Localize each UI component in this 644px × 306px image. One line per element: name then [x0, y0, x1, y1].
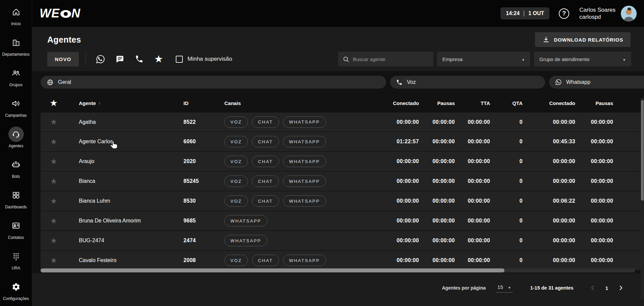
agent-name: Cavalo Festeiro [67, 257, 171, 263]
logo-eye-icon [59, 9, 72, 18]
sidebar-item-contatos[interactable]: Contatos [0, 214, 32, 244]
filter-favorites-button[interactable] [151, 51, 166, 67]
sidebar-item-agentes[interactable]: Agentes [0, 122, 32, 153]
table-row[interactable]: Bianca Luhm 8530 VOZCHATWHATSAPP 00:00:0… [41, 191, 644, 211]
whatsapp-icon [96, 54, 105, 64]
qta-value: 0 [490, 218, 523, 224]
sidebar-item-inicio[interactable]: Início [0, 0, 32, 31]
table-row[interactable]: Agente Carlos 6060 VOZCHATWHATSAPP 01:22… [41, 132, 644, 152]
voz-conectado-value: 00:00:00 [379, 218, 419, 224]
qta-value: 0 [490, 158, 523, 164]
voz-pausas-value: 00:00:00 [419, 218, 455, 224]
help-icon[interactable] [559, 8, 569, 19]
user-info[interactable]: Carlos Soares carlospd [579, 6, 615, 21]
column-header-canais[interactable]: Canais [212, 100, 379, 106]
company-dropdown[interactable]: Empresa [437, 52, 530, 66]
pager: 1 [589, 284, 625, 292]
per-page-label: Agentes por página [442, 285, 486, 291]
column-header-qta[interactable]: QTA [490, 100, 523, 106]
agent-channels: VOZCHATWHATSAPP [212, 116, 379, 128]
wa-pausas-value: 00:00:00 [575, 119, 613, 125]
new-agent-button[interactable]: NOVO [47, 52, 79, 66]
favorites-column-icon[interactable] [41, 99, 67, 108]
table-row[interactable]: BUG-2474 2474 WHATSAPP 00:00:00 00:00:00… [41, 231, 644, 251]
sidebar-item-ura[interactable]: URA [0, 244, 32, 275]
favorite-star-icon[interactable] [41, 236, 67, 245]
column-header-id[interactable]: ID [171, 100, 212, 106]
voz-conectado-value: 00:00:00 [379, 257, 419, 263]
service-group-dropdown[interactable]: Grupo de atendimento [534, 52, 631, 66]
favorite-star-icon[interactable] [41, 197, 67, 206]
column-group-headers: Geral Voz Whatsapp [41, 76, 644, 89]
channel-chip: CHAT [252, 195, 279, 207]
sidebar-item-grupos[interactable]: Grupos [0, 61, 32, 92]
favorite-star-icon[interactable] [41, 256, 67, 265]
horizontal-scrollbar[interactable] [41, 268, 635, 272]
column-header-agente[interactable]: Agente [67, 100, 171, 106]
filter-voice-button[interactable] [131, 51, 147, 67]
channel-chip: VOZ [224, 156, 248, 167]
wa-conectado-value: 00:00:00 [523, 218, 575, 224]
voz-pausas-value: 00:00:00 [419, 119, 455, 125]
favorite-star-icon[interactable] [41, 177, 67, 186]
out-status-text: 1 OUT [528, 10, 544, 16]
sidebar-item-label: Bots [11, 174, 20, 179]
per-page-value: 15 [497, 284, 503, 290]
sidebar-item-departamentos[interactable]: Departamentos [0, 31, 32, 61]
favorite-star-icon[interactable] [41, 216, 67, 225]
horizontal-scrollbar-thumb[interactable] [41, 268, 504, 272]
sidebar-item-bots[interactable]: Bots [0, 153, 32, 183]
favorite-star-icon[interactable] [41, 137, 67, 146]
channel-chip: VOZ [224, 175, 248, 187]
filter-whatsapp-button[interactable] [93, 51, 108, 67]
filter-chat-button[interactable] [112, 51, 127, 67]
search-agent-input[interactable] [353, 56, 429, 62]
next-page-button[interactable] [617, 284, 625, 292]
column-header-voz-conectado[interactable]: Conectado [379, 100, 419, 106]
voz-conectado-value: 00:00:00 [379, 119, 419, 125]
tta-value: 00:00:00 [455, 158, 490, 164]
channel-chip: WHATSAPP [224, 235, 267, 246]
favorite-star-icon[interactable] [41, 157, 67, 166]
table-row[interactable]: Bianca 85245 VOZCHATWHATSAPP 00:00:00 00… [41, 171, 644, 191]
per-page-select[interactable]: 15 [496, 283, 513, 293]
my-supervision-toggle[interactable]: Minha supervisão [176, 56, 232, 63]
agent-name: BUG-2474 [67, 238, 171, 244]
agent-id: 6060 [171, 139, 212, 145]
voz-pausas-value: 00:00:00 [419, 139, 455, 145]
table-row[interactable]: Araujo 2020 VOZCHATWHATSAPP 00:00:00 00:… [41, 152, 644, 171]
qta-value: 0 [490, 178, 523, 184]
search-agent-box[interactable] [338, 52, 433, 66]
previous-page-button[interactable] [589, 284, 596, 292]
table-row[interactable]: Agatha 8522 VOZCHATWHATSAPP 00:00:00 00:… [41, 112, 644, 132]
column-header-wa-conectado[interactable]: Conectado [523, 100, 575, 106]
column-header-tta[interactable]: TTA [455, 100, 490, 106]
download-icon [542, 36, 550, 43]
download-reports-button[interactable]: DOWNLOAD RELATÓRIOS [535, 32, 631, 47]
avatar[interactable] [621, 6, 637, 21]
sidebar-item-dashboards[interactable]: Dashboards [0, 183, 32, 214]
clock-text: 14:24 [506, 10, 520, 16]
phone-icon [135, 55, 144, 63]
qta-value: 0 [490, 198, 523, 204]
agent-id: 85245 [171, 178, 212, 184]
agent-id: 9685 [171, 218, 212, 224]
column-header-voz-pausas[interactable]: Pausas [419, 100, 455, 106]
section-whatsapp: Whatsapp [549, 76, 644, 89]
sidebar-item-configuracoes[interactable]: Configurações [0, 275, 32, 305]
vertical-scrollbar-thumb[interactable] [641, 100, 644, 201]
channel-chip: WHATSAPP [283, 156, 326, 167]
channel-chip: WHATSAPP [283, 175, 326, 187]
voz-conectado-value: 00:00:00 [379, 178, 419, 184]
table-row[interactable]: Bruna De Oliveira Amorim 9685 WHATSAPP 0… [41, 211, 644, 231]
column-header-agente-label: Agente [79, 100, 96, 106]
column-header-wa-pausas[interactable]: Pausas [575, 100, 613, 106]
table-row[interactable]: Cavalo Festeiro 2008 VOZCHATWHATSAPP 00:… [41, 251, 644, 270]
wa-pausas-value: 00:00:00 [575, 198, 613, 204]
headset-agent-icon [8, 126, 24, 142]
favorite-star-icon[interactable] [41, 117, 67, 126]
sidebar-item-campanhas[interactable]: Campanhas [0, 92, 32, 122]
my-supervision-checkbox[interactable] [176, 56, 183, 63]
sidebar-item-label: Configurações [2, 297, 30, 301]
sidebar-item-label: Grupos [9, 83, 23, 88]
